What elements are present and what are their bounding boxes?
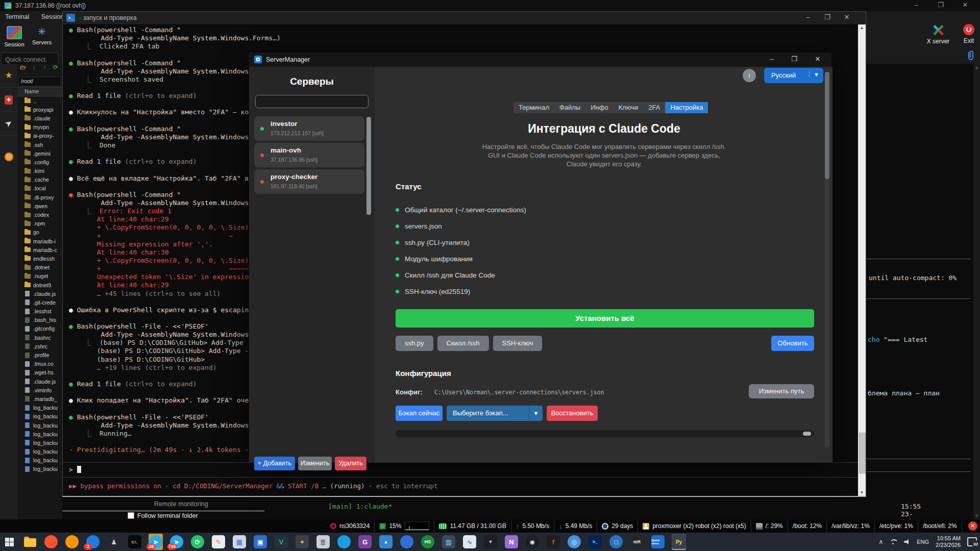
terminal-titlebar[interactable]: >_ · запуск и проверка – ❐ ✕ <box>63 12 866 25</box>
file-row[interactable]: .dotnet <box>17 263 62 272</box>
file-row[interactable]: .config <box>17 158 62 166</box>
follow-terminal-folder-checkbox[interactable]: Follow terminal folder <box>128 512 198 519</box>
download-icon[interactable]: ↓ <box>29 64 38 71</box>
file-row[interactable]: log_backu <box>17 430 62 438</box>
terminal-prompt[interactable]: > <box>69 466 81 473</box>
file-row[interactable]: .claude.js <box>17 289 62 298</box>
file-row[interactable]: log_backu <box>17 412 62 421</box>
taskbar-item-quick-utmo[interactable]: Quick utmo <box>651 534 665 550</box>
file-row[interactable]: mariadb-c <box>17 245 62 254</box>
tab-инфо[interactable]: Инфо <box>585 102 613 113</box>
server-card[interactable]: proxy-checker161.97.118.40 [ssh] <box>254 169 364 194</box>
taskbar-item-start[interactable] <box>2 534 16 550</box>
scrollbar-thumb[interactable] <box>803 432 811 436</box>
edit-server-button[interactable]: Изменить <box>298 457 332 470</box>
refresh-button[interactable]: Обновить <box>771 336 814 351</box>
file-row[interactable]: ai-proxy- <box>17 132 62 140</box>
taskbar-item-hs-app[interactable]: HS <box>421 534 435 550</box>
file-row[interactable]: proxyapi <box>17 105 62 114</box>
file-row[interactable]: log_backu <box>17 421 62 430</box>
file-row[interactable]: .profile <box>17 350 62 359</box>
servermanager-titlebar[interactable]: ServerManager – ❐ ✕ <box>249 53 831 67</box>
taskbar-item-github[interactable]: ◉ <box>525 534 540 550</box>
file-row[interactable]: log_backu <box>17 447 62 456</box>
wifi-icon[interactable] <box>890 539 897 545</box>
file-row[interactable]: .qwen <box>17 202 62 210</box>
paperclip-icon[interactable] <box>966 49 976 62</box>
add-server-button[interactable]: + Добавить <box>254 457 295 470</box>
info-icon[interactable]: i <box>743 69 756 82</box>
restore-button[interactable]: Восстановить <box>547 406 598 421</box>
tools-knife-icon[interactable]: ✚ <box>0 88 17 112</box>
server-card[interactable]: main-ovh37.187.136.86 [ssh] <box>254 143 364 167</box>
taskbar-item-sync[interactable]: ⟳ <box>190 534 205 550</box>
upload-icon[interactable]: ↑ <box>40 64 50 71</box>
file-row[interactable]: log_backu <box>17 438 62 447</box>
backup-now-button[interactable]: Бэкап сейчас <box>396 406 443 421</box>
servers-button[interactable]: ✳ Servers <box>29 25 55 45</box>
statusbar-close-icon[interactable]: ✕ <box>968 521 977 531</box>
taskbar-item-telegram-2[interactable]: ➤715 <box>169 534 184 550</box>
taskbar-item-mobaxterm[interactable]: ▥ <box>442 534 456 550</box>
favorites-star-icon[interactable]: ★ <box>0 64 17 88</box>
horizontal-scrollbar[interactable] <box>396 430 814 437</box>
file-row[interactable]: .lesshst <box>17 307 62 316</box>
x-server-button[interactable]: X server <box>922 24 954 45</box>
taskbar-item-messenger[interactable]: 2 <box>86 534 100 550</box>
file-row[interactable]: endlessh <box>17 254 62 263</box>
scroll-up-arrow[interactable]: ▲ <box>858 26 866 30</box>
file-row[interactable]: .codex <box>17 210 62 219</box>
taskbar-item-funnel-app[interactable]: ▼ <box>483 534 498 550</box>
file-row[interactable]: dotnet9 <box>17 281 62 289</box>
name-column-header[interactable]: Name <box>17 87 62 96</box>
component-chip[interactable]: SSH-ключ <box>493 336 543 351</box>
file-row[interactable]: .gemini <box>17 149 62 158</box>
taskbar-item-calculator[interactable]: ▦ <box>232 534 247 550</box>
menu-terminal[interactable]: Terminal <box>0 11 34 22</box>
taskbar-item-notepad[interactable]: ≣ <box>316 534 330 550</box>
taskbar-item-file-explorer[interactable] <box>23 534 37 550</box>
taskbar-item-bird-app[interactable] <box>337 534 351 550</box>
file-row[interactable]: go <box>17 228 62 237</box>
language-indicator[interactable]: ENG <box>917 539 929 545</box>
scrollbar-thumb[interactable] <box>859 433 866 473</box>
taskbar-item-notes[interactable]: ✎ <box>211 534 226 550</box>
taskbar-item-blue-circle-app[interactable] <box>400 534 414 550</box>
taskbar-item-g-app[interactable]: G <box>358 534 372 550</box>
backup-select[interactable]: Выберите бэкап...▼ <box>447 406 543 421</box>
tray-clock[interactable]: 10:55 AM2/23/2026 <box>936 535 961 548</box>
taskbar-item-game[interactable]: ♟ <box>107 534 121 550</box>
scrollbar-thumb[interactable] <box>825 72 829 179</box>
tray-chevron-icon[interactable]: ∧ <box>878 538 883 545</box>
web-globe-icon[interactable] <box>0 145 17 168</box>
remote-monitoring-label[interactable]: Remote monitoring <box>154 500 208 508</box>
component-chip[interactable]: ssh.py <box>396 336 433 351</box>
scroll-down-arrow[interactable]: ▼ <box>858 490 866 495</box>
file-row[interactable]: .npm <box>17 219 62 228</box>
file-row[interactable]: .tmux.co <box>17 360 62 368</box>
file-row[interactable]: log_backu <box>17 404 62 412</box>
minimize-button[interactable]: – <box>909 1 924 9</box>
folder-up-icon[interactable]: 🗁 <box>18 64 28 71</box>
file-row[interactable]: .bashrc <box>17 333 62 342</box>
terminal-scrollbar[interactable]: ▲ ▼ <box>858 24 866 496</box>
file-row[interactable]: .claude <box>17 114 62 122</box>
server-list-scrollbar[interactable] <box>366 117 371 215</box>
server-card[interactable]: investor173.212.212.157 [ssh] <box>254 116 364 141</box>
taskbar-item-firefox[interactable] <box>65 534 79 550</box>
taskbar-item-powershell[interactable]: >_ <box>588 534 602 550</box>
file-row[interactable]: .. <box>17 96 62 105</box>
sm-minimize-button[interactable]: – <box>764 55 779 63</box>
file-row[interactable]: .kimi <box>17 167 62 176</box>
taskbar-item-photos[interactable]: ▲ <box>379 534 393 550</box>
tab-ключи[interactable]: Ключи <box>614 102 644 113</box>
sm-close-button[interactable]: ✕ <box>810 55 825 63</box>
file-row[interactable]: .gitconfig <box>17 324 62 333</box>
delete-server-button[interactable]: Удалить <box>335 457 366 470</box>
file-row[interactable]: .cache <box>17 176 62 184</box>
taskbar-item-n-app[interactable]: N <box>504 534 519 550</box>
taskbar-item-keys[interactable]: ✦ <box>295 534 309 550</box>
terminal-close-button[interactable]: ✕ <box>839 13 854 21</box>
taskbar-item-figma[interactable]: f <box>546 534 560 550</box>
file-row[interactable]: myvpn <box>17 123 62 132</box>
